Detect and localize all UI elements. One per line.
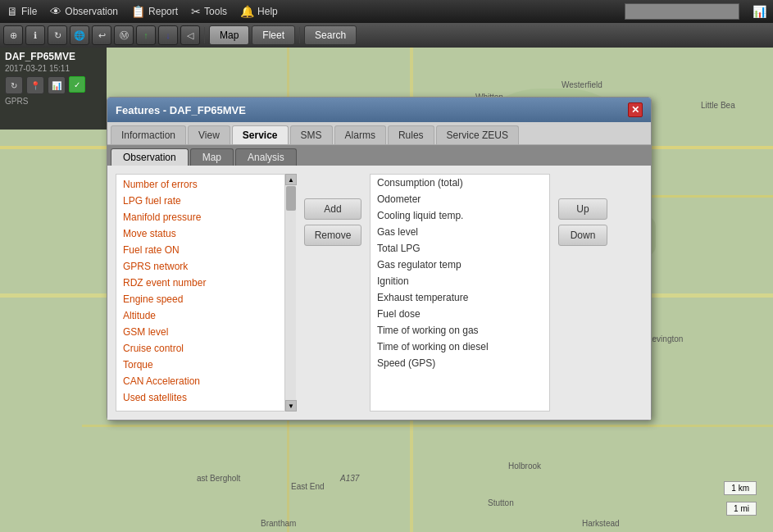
tab-rules[interactable]: Rules: [388, 125, 434, 144]
scroll-up-btn[interactable]: ▲: [285, 174, 297, 185]
dialog-titlebar: Features - DAF_FP65MVE ✕: [107, 98, 651, 122]
menu-tools[interactable]: ✂ Tools: [191, 5, 227, 18]
left-list-item[interactable]: GPRS network: [116, 258, 295, 275]
tool-btn-9[interactable]: ◁: [180, 25, 200, 45]
right-list-item[interactable]: Consumption (total): [371, 175, 549, 191]
map-button[interactable]: Map: [209, 25, 249, 45]
right-list-item[interactable]: Time of working on diesel: [371, 339, 549, 355]
tool-btn-6[interactable]: Ⓜ: [114, 25, 134, 45]
menu-report[interactable]: 📋 Report: [131, 5, 178, 18]
tab-view[interactable]: View: [188, 125, 230, 144]
menu-tools-label: Tools: [204, 6, 227, 17]
tab-map[interactable]: Map: [190, 148, 234, 166]
right-list-item[interactable]: Speed (GPS): [371, 355, 549, 371]
tool-btn-4[interactable]: 🌐: [70, 25, 89, 45]
left-list-container: Number of errorsLPG fuel rateManifold pr…: [116, 174, 296, 412]
scroll-track: [285, 185, 296, 400]
observation-icon: 👁: [50, 5, 61, 18]
left-list-item[interactable]: Number of errors: [116, 176, 295, 193]
left-list-item[interactable]: CAN Acceleration: [116, 373, 295, 389]
mid-buttons: Add Remove: [304, 174, 361, 412]
global-search-input[interactable]: [625, 3, 739, 20]
right-list-panel: Consumption (total)OdometerCooling liqui…: [370, 174, 550, 412]
fleet-button[interactable]: Fleet: [252, 25, 295, 45]
up-button[interactable]: Up: [558, 198, 607, 220]
scroll-thumb[interactable]: [286, 186, 296, 211]
menu-observation[interactable]: 👁 Observation: [50, 5, 118, 18]
report-icon: 📋: [131, 5, 145, 18]
tab-service[interactable]: Service: [232, 125, 289, 144]
tab-information[interactable]: Informaction: [111, 125, 186, 144]
left-list-item[interactable]: Used satellites: [116, 389, 295, 406]
tab-service-zeus[interactable]: Service ZEUS: [436, 125, 519, 144]
right-list-item[interactable]: Gas regulator temp: [371, 257, 549, 273]
right-list-item[interactable]: Fuel dose: [371, 306, 549, 322]
right-list-item[interactable]: Ignition: [371, 273, 549, 289]
left-list-item[interactable]: LPG fuel rate: [116, 193, 295, 209]
right-list-item[interactable]: Odometer: [371, 191, 549, 207]
menu-report-label: Report: [148, 6, 178, 17]
down-button[interactable]: Down: [558, 225, 607, 246]
updown-buttons: Up Down: [558, 174, 607, 412]
left-list-item[interactable]: Fuel rate ON: [116, 242, 295, 258]
tool-btn-2[interactable]: ℹ: [25, 25, 45, 45]
left-list-item[interactable]: Engine speed: [116, 291, 295, 307]
menu-file[interactable]: 🖥 File: [7, 5, 37, 18]
scroll-down-btn[interactable]: ▼: [285, 400, 297, 412]
tool-btn-8[interactable]: ↓: [158, 25, 178, 45]
menubar: 🖥 File 👁 Observation 📋 Report ✂ Tools 🔔 …: [0, 0, 773, 23]
tab-analysis[interactable]: Analysis: [235, 148, 297, 166]
chart-icon: 📊: [753, 5, 766, 18]
tool-btn-3[interactable]: ↻: [48, 25, 67, 45]
left-list-item[interactable]: Torque: [116, 357, 295, 373]
left-list-item[interactable]: GSM level: [116, 324, 295, 340]
tool-btn-1[interactable]: ⊕: [3, 25, 23, 45]
tab-sms[interactable]: SMS: [290, 125, 333, 144]
tool-btn-5[interactable]: ↩: [92, 25, 111, 45]
toolbar: ⊕ ℹ ↻ 🌐 ↩ Ⓜ ↑ ↓ ◁ Map Fleet Search: [0, 23, 773, 48]
left-scrollbar[interactable]: ▲ ▼: [284, 174, 296, 412]
tab-alarms[interactable]: Alarms: [334, 125, 386, 144]
left-list-item[interactable]: Manifold pressure: [116, 209, 295, 225]
dialog-title: Features - DAF_FP65MVE: [116, 104, 246, 116]
tool-btn-7[interactable]: ↑: [136, 25, 156, 45]
features-dialog: Features - DAF_FP65MVE ✕ Informaction Vi…: [107, 97, 652, 421]
toolbar-sep: [204, 27, 205, 43]
toolbar-sep-2: [299, 27, 300, 43]
dialog-tabs2: Observation Map Analysis: [107, 145, 651, 166]
remove-button[interactable]: Remove: [304, 225, 361, 246]
left-list-items: Number of errorsLPG fuel rateManifold pr…: [116, 175, 295, 407]
right-list-item[interactable]: Exhaust temperature: [371, 289, 549, 306]
menu-observation-label: Observation: [65, 6, 118, 17]
tab-observation[interactable]: Observation: [111, 148, 189, 166]
right-list-item[interactable]: Gas level: [371, 224, 549, 240]
file-icon: 🖥: [7, 5, 18, 18]
menu-help-label: Help: [257, 6, 278, 17]
menu-file-label: File: [21, 6, 37, 17]
right-list-item[interactable]: Total LPG: [371, 240, 549, 257]
help-icon: 🔔: [240, 5, 254, 18]
tools-icon: ✂: [191, 5, 201, 18]
right-list-item[interactable]: Cooling liquid temp.: [371, 207, 549, 224]
search-button[interactable]: Search: [304, 25, 357, 45]
dialog-content: Number of errorsLPG fuel rateManifold pr…: [107, 166, 651, 420]
dialog-close-button[interactable]: ✕: [628, 102, 643, 117]
left-list-item[interactable]: Altitude: [116, 307, 295, 324]
add-button[interactable]: Add: [304, 198, 361, 220]
menu-help[interactable]: 🔔 Help: [240, 5, 278, 18]
left-list-item[interactable]: Cruise control: [116, 340, 295, 357]
left-list-item[interactable]: RDZ event number: [116, 275, 295, 291]
dialog-tabs1: Informaction View Service SMS Alarms Rul…: [107, 122, 651, 145]
left-list-item[interactable]: Move status: [116, 225, 295, 242]
left-list-panel: Number of errorsLPG fuel rateManifold pr…: [116, 174, 296, 412]
right-list-item[interactable]: Time of working on gas: [371, 322, 549, 339]
dialog-overlay: Features - DAF_FP65MVE ✕ Informaction Vi…: [0, 48, 773, 532]
